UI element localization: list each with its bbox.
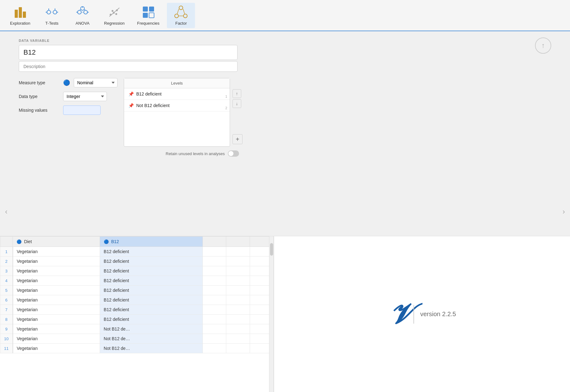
add-level-button[interactable]: + [232,134,242,144]
frequencies-label: Frequencies [137,21,160,26]
list-item: 📌 Not B12 deficient 2 [124,100,230,111]
ttests-icon [45,5,59,19]
cell-diet-11: Vegetarian [13,344,100,353]
level-num-2: 2 [225,106,227,110]
cell-diet-1: Vegetarian [13,247,100,257]
level-up-button[interactable]: ↑ [232,89,241,98]
svg-rect-26 [149,7,154,12]
col-header-rownum [0,237,13,247]
svg-line-33 [183,9,185,14]
cell-diet-2: Vegetarian [13,257,100,266]
col-header-b12[interactable]: 🔵 B12 [100,237,202,247]
variable-name-input[interactable] [19,45,238,60]
svg-point-31 [183,14,187,18]
level-down-button[interactable]: ↓ [232,99,241,108]
cell-b12-8: B12 deficient [100,315,202,324]
toolbar: Exploration T-Tests [0,0,570,31]
toolbar-item-exploration[interactable]: Exploration [5,3,35,28]
missing-values-input[interactable] [63,105,101,115]
data-type-select[interactable]: Integer Decimal Text [63,92,107,101]
anova-icon [76,5,89,19]
retain-toggle[interactable] [228,150,239,157]
toolbar-item-anova[interactable]: ANOVA [68,3,97,28]
cell-b12-2: B12 deficient [100,257,202,266]
table-row: 4 Vegetarian B12 deficient [0,276,273,286]
pin-icon-2: 📌 [128,103,134,108]
regression-icon [108,5,121,19]
retain-label: Retain unused levels in analyses [166,151,225,156]
measure-type-select[interactable]: Nominal Ordinal Continuous ID [74,78,118,87]
exploration-icon [13,5,27,19]
form-and-levels: Measure type 🔵 Nominal Ordinal Continuou… [19,78,560,147]
data-table-area: 🔵 Diet 🔵 B12 1 [0,236,273,392]
svg-point-29 [179,6,183,10]
scrollbar-track[interactable] [269,236,273,392]
factor-icon [174,5,188,19]
version-divider [413,305,414,324]
cell-diet-9: Vegetarian [13,324,100,334]
ttests-label: T-Tests [45,21,58,26]
toolbar-item-frequencies[interactable]: Frequencies [132,3,165,28]
col-header-diet[interactable]: 🔵 Diet [13,237,100,247]
missing-values-label: Missing values [19,108,59,113]
levels-empty-area [124,111,230,127]
cell-diet-8: Vegetarian [13,315,100,324]
nav-left-button[interactable]: ‹ [2,205,10,218]
cell-diet-6: Vegetarian [13,295,100,305]
levels-container: Levels 📌 B12 deficient 1 📌 Not B12 defic… [124,78,230,147]
toolbar-item-ttests[interactable]: T-Tests [38,3,66,28]
upload-button[interactable]: ↑ [535,37,551,54]
nav-right-button[interactable]: › [560,205,568,218]
svg-point-20 [110,14,112,16]
table-row: 10 Vegetarian Not B12 de… [0,334,273,344]
row-num-1: 1 [0,247,13,257]
svg-rect-1 [19,7,22,18]
regression-label: Regression [104,21,125,26]
table-row: 2 Vegetarian B12 deficient [0,257,273,266]
row-num-5: 5 [0,286,13,295]
cell-b12-6: B12 deficient [100,295,202,305]
table-header-row: 🔵 Diet 🔵 B12 [0,237,273,247]
data-table: 🔵 Diet 🔵 B12 1 [0,236,273,353]
row-num-6: 6 [0,295,13,305]
version-text: version 2.2.5 [420,311,456,318]
row-num-3: 3 [0,266,13,276]
toolbar-item-regression[interactable]: Regression [99,3,130,28]
level-label-2: Not B12 deficient [136,103,225,108]
cell-diet-10: Vegetarian [13,334,100,344]
pin-icon-1: 📌 [128,91,134,96]
missing-values-row: Missing values [19,105,118,115]
table-row: 5 Vegetarian B12 deficient [0,286,273,295]
cell-diet-7: Vegetarian [13,305,100,315]
table-row: 9 Vegetarian Not B12 de… [0,324,273,334]
svg-point-21 [113,12,115,14]
cell-b12-10: Not B12 de… [100,334,202,344]
row-num-7: 7 [0,305,13,315]
factor-label: Factor [175,21,187,26]
levels-header: Levels [124,78,230,88]
svg-rect-28 [149,13,154,18]
levels-panel: Levels 📌 B12 deficient 1 📌 Not B12 defic… [124,78,187,147]
scrollbar-thumb[interactable] [270,243,273,256]
toolbar-item-factor[interactable]: Factor [167,3,195,28]
col-header-empty2 [226,237,250,247]
list-item: 📌 B12 deficient 1 [124,88,230,100]
description-input[interactable] [19,61,238,72]
upload-icon: ↑ [542,42,545,50]
svg-line-32 [177,9,179,14]
row-num-9: 9 [0,324,13,334]
cell-diet-4: Vegetarian [13,276,100,286]
measure-type-row: Measure type 🔵 Nominal Ordinal Continuou… [19,78,118,87]
col-header-b12-label: B12 [111,239,119,244]
cell-diet-3: Vegetarian [13,266,100,276]
form-fields: Measure type 🔵 Nominal Ordinal Continuou… [19,78,118,119]
svg-rect-2 [23,12,26,18]
svg-point-22 [116,9,118,11]
cell-b12-5: B12 deficient [100,286,202,295]
anova-label: ANOVA [76,21,90,26]
col-header-diet-label: Diet [24,239,32,244]
level-label-1: B12 deficient [136,91,225,96]
svg-point-23 [112,10,113,12]
retain-row: Retain unused levels in analyses [166,150,560,157]
table-row: 6 Vegetarian B12 deficient [0,295,273,305]
